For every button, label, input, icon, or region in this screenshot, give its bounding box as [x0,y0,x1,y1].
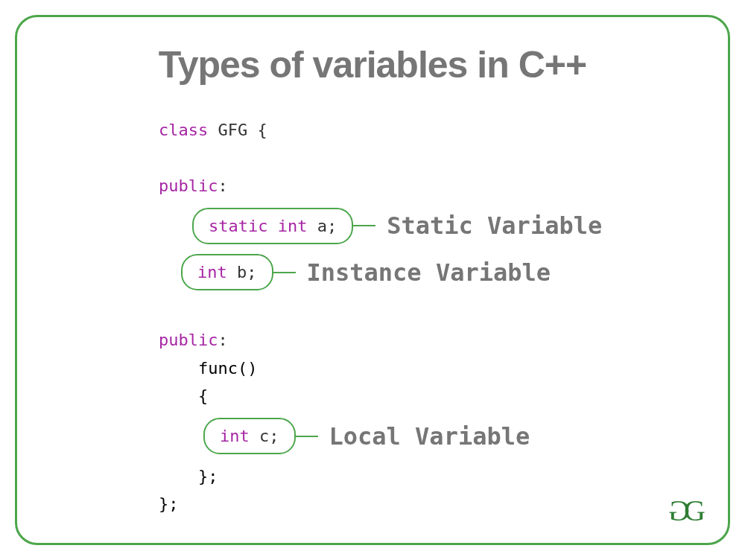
instance-variable-row: int b; Instance Variable [181,252,691,293]
colon2: : [218,331,227,349]
connector-icon [273,272,296,273]
blank-line [159,144,691,171]
gfg-logo: GG [668,493,706,528]
class-name: GFG { [208,121,267,139]
code-block: class GFG { public: static int a; Static… [159,116,691,518]
instance-label: Instance Variable [307,252,551,293]
diagram-container: Types of variables in C++ class GFG { pu… [15,15,730,545]
static-variable-pill: static int a; [192,208,353,244]
keyword-int3: int [220,422,250,450]
code-line-func: func() [159,354,691,382]
keyword-public1: public [159,176,218,195]
var-a: a; [307,212,337,240]
code-line-classclose: }; [159,490,691,518]
var-c: c; [250,422,279,450]
var-b: b; [227,258,257,286]
local-label: Local Variable [329,416,530,456]
keyword-int2: int [197,258,227,286]
code-line-class: class GFG { [159,116,691,144]
logo-g-flipped: G [668,493,690,528]
colon1: : [218,176,227,195]
blank-line [159,299,691,326]
instance-variable-pill: int b; [181,254,273,290]
local-variable-row: int c; Local Variable [203,416,691,456]
static-label: Static Variable [387,206,602,246]
keyword-public2: public [159,331,218,349]
keyword-int1: int [267,212,307,240]
code-line-openbrace: { [159,382,691,410]
static-variable-row: static int a; Static Variable [192,206,691,246]
keyword-class: class [159,121,208,139]
local-variable-pill: int c; [203,418,296,454]
code-line-funcclose: }; [159,462,691,490]
connector-icon [353,225,375,226]
code-line-public2: public: [159,326,691,354]
code-line-public1: public: [159,172,691,200]
connector-icon [296,436,318,437]
page-title: Types of variables in C++ [54,43,691,86]
keyword-static: static [209,212,267,240]
